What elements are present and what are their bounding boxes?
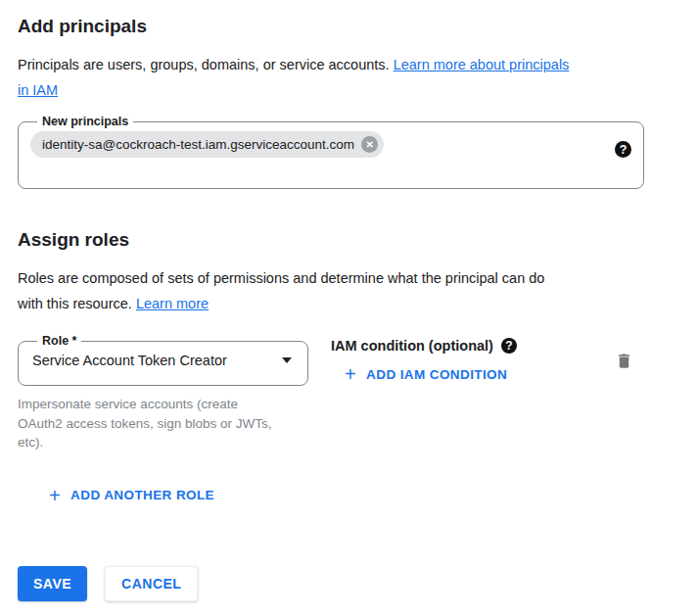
dialog-actions: SAVE CANCEL [18, 566, 698, 601]
roles-description-line2: with this resource. [18, 296, 132, 311]
role-row: Role * Service Account Token Creator Imp… [18, 335, 649, 452]
add-iam-condition-label: ADD IAM CONDITION [366, 367, 507, 382]
assign-roles-title: Assign roles [18, 228, 698, 252]
learn-more-roles-link[interactable]: Learn more [136, 296, 209, 311]
chip-remove-icon[interactable]: ✕ [361, 136, 378, 153]
role-select[interactable]: Role * Service Account Token Creator [18, 335, 308, 386]
page-title: Add principals [18, 15, 698, 38]
role-column: Role * Service Account Token Creator Imp… [18, 335, 308, 452]
roles-description: Roles are composed of sets of permission… [18, 265, 698, 316]
iam-condition-label-row: IAM condition (optional) ? [331, 338, 613, 354]
principal-chip: identity-sa@cockroach-test.iam.gservicea… [30, 131, 384, 158]
roles-description-line1: Roles are composed of sets of permission… [18, 270, 544, 286]
role-select-inner: Service Account Token Creator [30, 348, 296, 368]
plus-icon: + [345, 366, 356, 382]
learn-more-principals-link[interactable]: Learn more about principals [394, 57, 570, 72]
add-another-role-label: ADD ANOTHER ROLE [70, 488, 214, 502]
trash-icon [615, 359, 633, 374]
iam-condition-help-icon[interactable]: ? [501, 338, 517, 354]
principals-description-text: Principals are users, groups, domains, o… [18, 57, 390, 72]
new-principals-field[interactable]: New principals identity-sa@cockroach-tes… [18, 116, 644, 189]
add-another-role-button[interactable]: +ADD ANOTHER ROLE [43, 484, 220, 507]
learn-more-principals-link-cont[interactable]: in IAM [18, 82, 58, 98]
save-button[interactable]: SAVE [18, 566, 87, 601]
cancel-button[interactable]: CANCEL [105, 566, 198, 601]
chevron-down-icon [282, 357, 292, 363]
iam-condition-column: IAM condition (optional) ? +ADD IAM COND… [331, 335, 613, 386]
iam-condition-label: IAM condition (optional) [331, 338, 493, 354]
plus-icon: + [49, 488, 61, 503]
principal-chip-text: identity-sa@cockroach-test.iam.gservicea… [42, 137, 354, 152]
role-helper-text: Impersonate service accounts (create OAu… [18, 395, 284, 452]
delete-role-button[interactable] [613, 349, 635, 376]
principals-description: Principals are users, groups, domains, o… [18, 52, 698, 103]
role-select-value: Service Account Token Creator [32, 353, 227, 368]
role-select-label: Role * [37, 335, 81, 348]
new-principals-help-icon[interactable]: ? [615, 141, 631, 158]
add-principals-panel: Add principals Principals are users, gro… [0, 0, 698, 601]
add-iam-condition-button[interactable]: +ADD IAM CONDITION [339, 362, 513, 386]
new-principals-label: New principals [37, 116, 133, 128]
